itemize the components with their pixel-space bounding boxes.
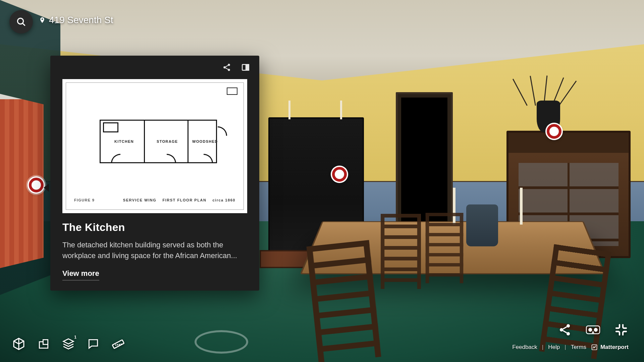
floorplan-caption-sub: FIRST FLOOR PLAN [162, 198, 206, 202]
share-icon [558, 323, 572, 337]
panel-header [50, 56, 259, 79]
doorway [396, 92, 453, 230]
hotspot-vase[interactable] [547, 124, 561, 139]
cube-icon [12, 337, 25, 351]
comment-icon [87, 338, 100, 350]
table-candle [520, 188, 523, 225]
svg-rect-7 [112, 340, 124, 349]
svg-point-9 [560, 328, 563, 331]
vr-headset-icon [586, 324, 600, 336]
stove-candles [285, 101, 345, 121]
footer-help-link[interactable]: Help [548, 344, 560, 351]
chair [426, 213, 464, 283]
footer-feedback-link[interactable]: Feedback [512, 344, 537, 351]
svg-line-1 [22, 23, 24, 25]
floorplan-label-kitchen: KITCHEN [114, 140, 134, 143]
footer: Feedback | Help | Terms Matterport [512, 344, 629, 351]
share-button[interactable] [222, 62, 232, 72]
floorplan-view-button[interactable] [37, 337, 50, 351]
share-icon [222, 63, 231, 72]
info-panel: KITCHEN STORAGE WOODSHED FIGURE 9 SERVIC… [50, 56, 259, 291]
svg-point-13 [594, 328, 597, 331]
svg-point-10 [567, 332, 570, 336]
brand-link[interactable]: Matterport [591, 344, 629, 351]
svg-point-3 [223, 66, 226, 69]
footer-separator: | [565, 344, 566, 351]
address-text: 419 Seventh St [49, 15, 113, 25]
dock-panel-button[interactable] [240, 62, 251, 72]
measure-button[interactable] [111, 337, 125, 351]
ruler-icon [111, 337, 125, 351]
floorplan-diagram: KITCHEN STORAGE WOODSHED FIGURE 9 SERVIC… [66, 82, 244, 210]
panel-image[interactable]: KITCHEN STORAGE WOODSHED FIGURE 9 SERVIC… [62, 79, 247, 213]
exit-fullscreen-icon [614, 323, 628, 337]
floors-badge: 1 [74, 335, 76, 339]
floorplan-figure-number: FIGURE 9 [74, 198, 95, 202]
brand-text: Matterport [600, 344, 629, 351]
floorplan-label-storage: STORAGE [157, 140, 178, 143]
toolbar-right [557, 322, 629, 337]
crock [466, 204, 498, 246]
svg-point-8 [567, 324, 570, 327]
toolbar-left: 1 [12, 337, 125, 351]
svg-point-2 [228, 64, 230, 66]
comments-button[interactable] [87, 337, 100, 351]
search-icon [16, 16, 26, 27]
panel-description: The detached kitchen building served as … [62, 240, 247, 261]
layers-icon [62, 337, 75, 351]
floorplan-caption-main: SERVICE WING [123, 198, 157, 202]
vr-button[interactable] [586, 322, 600, 337]
hotspot-kitchen[interactable] [29, 178, 44, 192]
hotspot-stove[interactable] [332, 167, 347, 182]
panel-title: The Kitchen [62, 221, 247, 234]
floor-nav-ring[interactable] [195, 330, 248, 354]
share-tour-button[interactable] [557, 322, 572, 337]
view-more-link[interactable]: View more [62, 269, 99, 281]
footer-terms-link[interactable]: Terms [571, 344, 586, 351]
search-button[interactable] [9, 10, 33, 34]
floorplan-icon [37, 338, 50, 350]
svg-point-4 [228, 69, 230, 71]
floorplan-caption-circa: circa 1860 [212, 198, 235, 202]
hotspot-pointer [44, 184, 49, 192]
svg-point-12 [589, 328, 592, 331]
dollhouse-view-button[interactable] [12, 337, 25, 351]
floors-button[interactable]: 1 [62, 337, 75, 351]
dock-panel-icon [241, 63, 250, 72]
chair [306, 240, 381, 362]
chair [381, 214, 421, 289]
pin-icon [39, 16, 46, 24]
exit-fullscreen-button[interactable] [614, 322, 629, 337]
footer-separator: | [542, 344, 543, 351]
tour-viewport[interactable]: 419 Seventh St [0, 0, 644, 362]
svg-rect-6 [246, 64, 249, 70]
matterport-logo-icon [591, 344, 598, 351]
floorplan-caption: SERVICE WING FIRST FLOOR PLAN circa 1860 [123, 198, 235, 202]
location-label[interactable]: 419 Seventh St [39, 15, 113, 25]
floorplan-label-woodshed: WOODSHED [192, 140, 218, 143]
